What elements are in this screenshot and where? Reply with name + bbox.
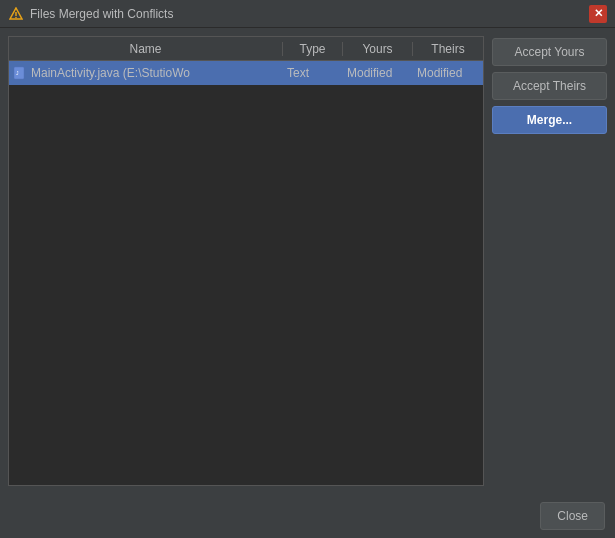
window-close-button[interactable]: ✕: [589, 5, 607, 23]
accept-yours-button[interactable]: Accept Yours: [492, 38, 607, 66]
column-yours: Yours: [343, 42, 413, 56]
cell-type: Text: [283, 66, 343, 80]
action-panel: Accept Yours Accept Theirs Merge...: [492, 36, 607, 486]
bottom-bar: Close: [0, 494, 615, 538]
column-theirs: Theirs: [413, 42, 483, 56]
column-type: Type: [283, 42, 343, 56]
merge-button[interactable]: Merge...: [492, 106, 607, 134]
app-icon: [8, 6, 24, 22]
cell-theirs: Modified: [413, 66, 483, 80]
file-table: Name Type Yours Theirs J MainActivity.ja…: [8, 36, 484, 486]
title-bar: Files Merged with Conflicts ✕: [0, 0, 615, 28]
table-row[interactable]: J MainActivity.java (E:\StutioWo Text Mo…: [9, 61, 483, 85]
title-bar-left: Files Merged with Conflicts: [8, 6, 173, 22]
close-dialog-button[interactable]: Close: [540, 502, 605, 530]
cell-filename: J MainActivity.java (E:\StutioWo: [9, 66, 283, 80]
accept-theirs-button[interactable]: Accept Theirs: [492, 72, 607, 100]
column-name: Name: [9, 42, 283, 56]
table-body: J MainActivity.java (E:\StutioWo Text Mo…: [9, 61, 483, 485]
window-title: Files Merged with Conflicts: [30, 7, 173, 21]
svg-point-2: [15, 16, 17, 18]
table-header: Name Type Yours Theirs: [9, 37, 483, 61]
cell-yours: Modified: [343, 66, 413, 80]
main-content: Name Type Yours Theirs J MainActivity.ja…: [0, 28, 615, 494]
java-file-icon: J: [13, 66, 27, 80]
